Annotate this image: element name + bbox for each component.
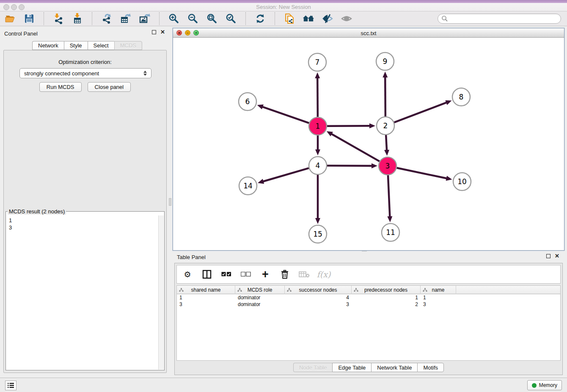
criterion-select[interactable]: strongly connected component [19,68,151,78]
mcds-result-line: 1 [9,217,155,224]
table-panel: Table Panel ✕ ⚙ + f(x) share [173,253,564,375]
table-cell-shared-name[interactable]: 3 [177,301,235,307]
mcds-result-scrollbar[interactable] [158,215,164,370]
table-cell-predecessor-nodes[interactable]: 1 [352,295,421,301]
graph-edge-4-3[interactable] [327,166,373,166]
save-session-icon[interactable] [23,13,35,25]
graph-node-label-11: 11 [386,228,395,237]
close-panel-button[interactable]: Close panel [88,82,131,92]
attribute-icon [287,288,292,292]
column-header-label: shared name [191,287,220,293]
table-cell-name[interactable]: 3 [421,301,456,307]
export-image-icon[interactable] [139,13,151,25]
network-canvas[interactable]: 7968124314101511 [173,38,564,250]
export-table-icon[interactable] [120,13,132,25]
node-table-header: shared nameMCDS rolesuccessor nodesprede… [177,286,560,294]
zoom-fit-icon[interactable] [206,13,218,25]
control-panel-float-icon[interactable] [152,30,156,34]
select-stepper-icon [143,71,147,76]
graph-edge-3-1[interactable] [330,133,379,161]
table-panel-close-icon[interactable]: ✕ [555,254,559,258]
table-cell-MCDS-role[interactable]: dominator [235,295,285,301]
zoom-out-icon[interactable] [187,13,199,25]
table-cell-successor-nodes[interactable]: 3 [285,301,352,307]
import-table-icon[interactable] [72,13,83,25]
network-graph: 7968124314101511 [173,38,564,250]
mcds-tab-content: Optimization criterion: strongly connect… [3,50,167,373]
table-row[interactable]: 3dominator323 [177,301,560,308]
graph-edge-arrowhead [369,123,375,128]
column-header-MCDS-role[interactable]: MCDS role [235,286,285,294]
graph-edge-3-11[interactable] [388,175,390,218]
table-row[interactable]: 1dominator411 [177,294,560,301]
graph-edge-2-3[interactable] [386,135,387,151]
graph-edge-1-2[interactable] [327,126,371,126]
clone-network-icon[interactable] [284,13,295,25]
control-panel-close-icon[interactable]: ✕ [160,30,165,34]
tab-style[interactable]: Style [64,41,88,50]
run-mcds-button[interactable]: Run MCDS [39,82,82,92]
graph-edge-2-8[interactable] [394,102,448,122]
tab-network-table[interactable]: Network Table [371,363,417,372]
main-toolbar [0,11,567,26]
graph-edge-1-7[interactable] [317,77,318,117]
table-panel-float-icon[interactable] [546,254,550,258]
delete-table-icon [299,269,310,280]
graph-edge-arrowhead [383,72,388,77]
graph-node-label-8: 8 [459,93,464,101]
zoom-in-icon[interactable] [168,13,180,25]
toolbar-separator [159,12,160,25]
graph-node-label-7: 7 [315,58,320,66]
toggle-graphics-details-icon[interactable] [322,13,333,25]
home-icon[interactable] [303,13,314,25]
column-header-name[interactable]: name [421,286,456,294]
column-header-predecessor-nodes[interactable]: predecessor nodes [352,286,421,294]
network-window-titlebar[interactable]: ✕ − + scc.txt [173,28,564,38]
graph-edge-4-14[interactable] [262,168,309,182]
column-header-shared-name[interactable]: shared name [177,286,235,294]
table-panel-tabs: Node TableEdge TableNetwork TableMotifs [175,363,562,372]
attribute-icon [237,288,242,292]
tab-motifs[interactable]: Motifs [417,363,444,372]
add-column-icon[interactable]: + [260,269,271,280]
table-cell-MCDS-role[interactable]: dominator [235,301,285,307]
graph-edge-arrowhead [372,163,377,168]
table-cell-predecessor-nodes[interactable]: 2 [352,301,421,307]
graph-node-label-15: 15 [313,230,322,238]
tab-node-table[interactable]: Node Table [293,363,333,372]
graph-edge-arrowhead [445,100,451,105]
refresh-layout-icon[interactable] [254,13,266,25]
table-options-gear-icon[interactable]: ⚙ [182,269,193,280]
search-input[interactable] [448,16,557,22]
mcds-result-title: MCDS result (2 nodes) [8,208,66,215]
zoom-selected-icon[interactable] [225,13,237,25]
show-columns-icon[interactable] [201,269,212,280]
toolbar-separator [275,12,275,25]
task-history-button[interactable] [5,381,17,390]
memory-button[interactable]: Memory [527,380,562,390]
criterion-select-value: strongly connected component [24,70,99,77]
graph-edge-3-10[interactable] [397,168,448,179]
tab-select[interactable]: Select [88,41,114,50]
attribute-icon [179,288,184,292]
column-header-successor-nodes[interactable]: successor nodes [285,286,352,294]
table-cell-name[interactable]: 1 [421,295,456,301]
vertical-split-grip[interactable] [169,198,171,206]
table-cell-shared-name[interactable]: 1 [177,295,235,301]
table-cell-successor-nodes[interactable]: 4 [285,295,352,301]
tab-edge-table[interactable]: Edge Table [332,363,371,372]
export-network-icon[interactable] [101,13,113,25]
graph-edge-arrowhead [315,72,320,78]
tab-network[interactable]: Network [32,41,64,50]
graph-edge-2-9[interactable] [385,76,385,116]
select-all-columns-icon[interactable] [221,269,232,280]
graph-edge-1-6[interactable] [261,107,309,123]
list-icon [7,382,14,389]
tab-mcds[interactable]: MCDS [114,41,142,50]
unselect-all-columns-icon[interactable] [240,269,251,280]
search-box[interactable] [438,14,561,24]
open-session-icon[interactable] [4,13,16,25]
attribute-icon [354,288,358,292]
delete-columns-icon[interactable] [279,269,290,280]
import-network-icon[interactable] [52,13,64,25]
